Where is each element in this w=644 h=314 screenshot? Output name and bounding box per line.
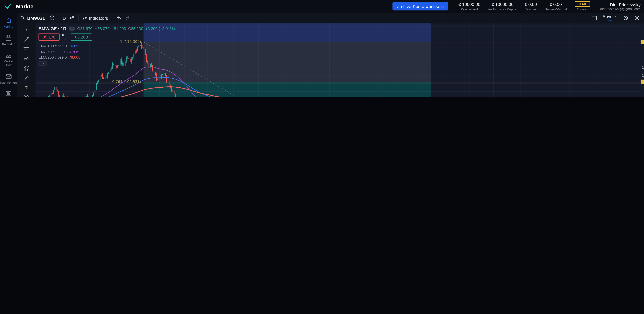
news-icon — [5, 90, 12, 96]
sidebar-label: Märkte — [4, 25, 13, 29]
sidebar-item-market-buzz[interactable]: Market Buzz — [0, 52, 17, 67]
indicator-row[interactable]: EMA 50 close 076.706 — [38, 50, 175, 54]
text-tool-icon[interactable]: T — [21, 84, 31, 91]
change-value: +3.200 (+3.91%) — [145, 26, 175, 31]
pnl-label: Gewinn/Verlust — [544, 7, 567, 11]
indicator-name: EMA 200 close 0 — [38, 55, 67, 60]
account-margin: € 0.00 Margin — [525, 2, 537, 11]
redo-icon — [125, 15, 130, 20]
sidebar-label: Kalender — [2, 42, 15, 46]
ohlc-values: O81.670 H86.070 L81.290 C85.130 +3.200 (… — [77, 26, 175, 31]
demo-badge: DEMO — [575, 1, 590, 7]
chart-plot-area[interactable]: BMW.GE · 1D O81.670 H86.070 L81.290 C85.… — [36, 24, 640, 96]
settings-gear-icon[interactable] — [634, 15, 640, 21]
collapse-indicators-button[interactable] — [38, 61, 47, 66]
indicator-row[interactable]: EMA 200 close 078.608 — [38, 55, 175, 60]
price-label: 110.000 — [642, 57, 644, 61]
top-bar: Märkte Zu Live-Konto wechseln € 10000.00… — [0, 0, 644, 12]
indicator-legend: EMA 100 close 076.852EMA 50 close 076.70… — [38, 44, 175, 59]
trend-line-tool-icon[interactable] — [21, 36, 31, 43]
balance-label: Kontostand — [461, 7, 478, 11]
chart-legend: BMW.GE · 1D O81.670 H86.070 L81.290 C85.… — [38, 26, 175, 66]
bid-ask-widget: 85.130 0.13 1 85.260 — [38, 34, 175, 40]
account-type-label: Account — [576, 8, 588, 11]
autosave-status: Save — [607, 19, 613, 22]
chart-style-button[interactable] — [70, 15, 74, 20]
save-button[interactable]: Save Save — [602, 14, 617, 22]
account-pnl: € 0.00 Gewinn/Verlust — [544, 2, 567, 11]
drawing-toolbar: T — [17, 24, 36, 96]
fx-icon: ƒx — [82, 15, 87, 20]
price-label: 105.000 — [642, 73, 644, 78]
bar-replay-icon[interactable] — [622, 15, 628, 21]
price-label: 107.500 — [642, 65, 644, 70]
undo-icon — [116, 15, 121, 20]
sidebar-label: Market Buzz — [0, 60, 17, 67]
mail-icon — [5, 73, 12, 80]
sidebar-item-nachrichten-news[interactable]: Nachrichten — [0, 90, 17, 96]
brand-logo-icon[interactable] — [4, 2, 12, 10]
layout-grid-icon[interactable] — [591, 15, 597, 21]
brush-tool-icon[interactable] — [21, 74, 31, 81]
user-name: Dirk Friczewsky — [600, 2, 641, 7]
symbol-search-button[interactable]: BMW.GE — [20, 15, 46, 20]
account-available-capital: € 10000.00 Verfügbares Kapital — [488, 2, 517, 11]
candlestick-icon — [70, 15, 74, 20]
plus-circle-icon — [49, 15, 55, 20]
account-balance: € 10000.00 Kontostand — [458, 2, 480, 11]
balance-value: € 10000.00 — [458, 2, 480, 6]
indicator-row[interactable]: EMA 100 close 076.852 — [38, 44, 175, 48]
sell-bid-button[interactable]: 85.130 — [38, 34, 60, 40]
chevron-down-icon — [614, 14, 617, 18]
trading-app: Märkte Zu Live-Konto wechseln € 10000.00… — [0, 0, 644, 96]
data-source-icon[interactable] — [69, 26, 74, 30]
indicator-name: EMA 50 close 0 — [38, 50, 65, 54]
user-info[interactable]: Dirk Friczewsky dirk.friczewsky@gmail.co… — [600, 2, 641, 11]
lot-size[interactable]: 1 — [64, 37, 66, 40]
margin-label: Margin — [526, 7, 536, 11]
undo-button[interactable] — [116, 15, 121, 20]
chart-toolbar: BMW.GE D ƒx Indicators Save — [17, 12, 644, 24]
compare-add-button[interactable] — [49, 15, 55, 20]
indicator-value: 76.852 — [69, 44, 80, 48]
buy-ask-button[interactable]: 85.260 — [71, 34, 92, 40]
pattern-tool-icon[interactable] — [21, 55, 31, 62]
calendar-icon — [5, 34, 12, 41]
interval-button[interactable]: D — [62, 15, 66, 20]
margin-value: € 0.00 — [525, 2, 537, 6]
left-sidebar: Märkte Kalender Market Buzz Nachrichten … — [0, 12, 17, 96]
price-tag: 102.931 — [641, 80, 644, 84]
emoji-tool-icon[interactable] — [21, 94, 31, 96]
symbol-name: BMW.GE — [27, 15, 46, 20]
spread-lot: 0.13 1 — [62, 34, 68, 40]
page-title: Märkte — [16, 3, 33, 10]
redo-button[interactable] — [125, 15, 130, 20]
sidebar-item-maerkte[interactable]: Märkte — [0, 17, 17, 29]
sidebar-item-nachrichten-mail[interactable]: Nachrichten — [0, 73, 17, 84]
sidebar-label: Nachrichten — [0, 81, 17, 84]
user-email: dirk.friczewsky@gmail.com — [600, 7, 641, 11]
sidebar-item-kalender[interactable]: Kalender — [0, 34, 17, 46]
toolbar-separator — [78, 15, 79, 21]
home-icon — [5, 17, 12, 24]
pnl-value: € 0.00 — [550, 2, 562, 6]
gauge-icon — [5, 52, 12, 59]
legend-symbol[interactable]: BMW.GE · 1D — [38, 26, 66, 31]
forecast-tool-icon[interactable] — [21, 65, 31, 72]
available-value: € 10000.00 — [492, 2, 514, 6]
price-label: 117.500 — [642, 33, 644, 37]
price-tag: 115.300 — [641, 40, 644, 44]
switch-to-live-button[interactable]: Zu Live-Konto wechseln — [393, 2, 448, 10]
indicators-button[interactable]: ƒx Indicators — [82, 15, 108, 20]
indicator-value: 76.706 — [67, 50, 78, 54]
crosshair-tool-icon[interactable] — [21, 26, 31, 33]
price-label: 120.000 — [642, 24, 644, 29]
price-scale[interactable]: 120.000117.500112.500110.000107.500105.0… — [640, 24, 644, 96]
toolbar-separator — [58, 15, 59, 21]
indicator-name: EMA 100 close 0 — [38, 44, 67, 48]
price-label: 112.500 — [642, 49, 644, 53]
indicator-value: 78.608 — [69, 55, 80, 60]
spread-value: 0.13 — [62, 34, 68, 37]
toolbar-separator — [112, 15, 112, 21]
fib-retracement-tool-icon[interactable] — [21, 46, 31, 52]
